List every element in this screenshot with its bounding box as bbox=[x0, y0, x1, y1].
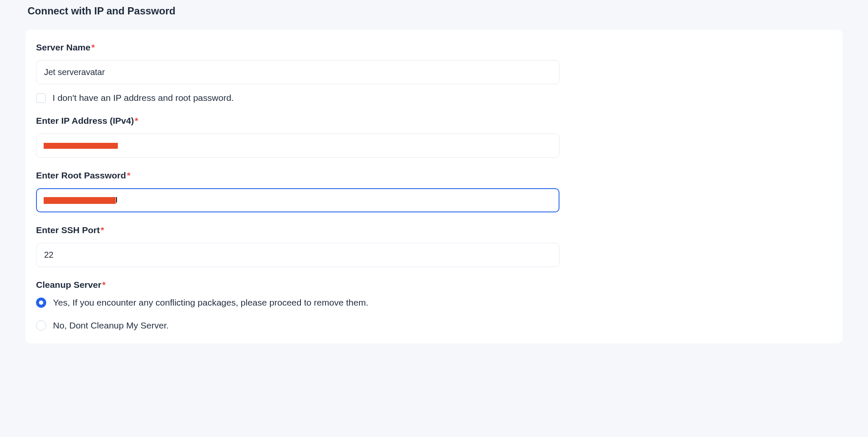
section-title: Connect with IP and Password bbox=[25, 0, 843, 30]
required-star-icon: * bbox=[135, 116, 138, 125]
ssh-port-group: Enter SSH Port* bbox=[36, 225, 559, 267]
cleanup-radio-yes-label: Yes, If you encounter any conflicting pa… bbox=[53, 298, 368, 308]
cleanup-radio-no-row: No, Dont Cleanup My Server. bbox=[36, 320, 559, 331]
form-card: Server Name* I don't have an IP address … bbox=[25, 30, 843, 343]
ssh-port-label: Enter SSH Port* bbox=[36, 225, 559, 235]
server-name-label-text: Server Name bbox=[36, 42, 90, 52]
cleanup-server-group: Cleanup Server* Yes, If you encounter an… bbox=[36, 280, 559, 331]
required-star-icon: * bbox=[102, 280, 106, 289]
server-name-group: Server Name* I don't have an IP address … bbox=[36, 42, 559, 103]
root-password-input[interactable] bbox=[36, 188, 559, 212]
form-inner: Server Name* I don't have an IP address … bbox=[36, 42, 559, 331]
server-name-label: Server Name* bbox=[36, 42, 559, 53]
ssh-port-input[interactable] bbox=[36, 243, 559, 267]
cleanup-radio-yes[interactable] bbox=[36, 298, 46, 308]
root-password-input-wrap bbox=[36, 188, 559, 212]
no-ip-checkbox[interactable] bbox=[36, 93, 46, 103]
server-name-input[interactable] bbox=[36, 60, 559, 84]
cleanup-radio-no[interactable] bbox=[36, 320, 46, 331]
required-star-icon: * bbox=[127, 170, 130, 180]
root-password-group: Enter Root Password* bbox=[36, 170, 559, 212]
cleanup-server-label: Cleanup Server* bbox=[36, 280, 559, 290]
ssh-port-label-text: Enter SSH Port bbox=[36, 225, 100, 235]
cleanup-radio-yes-row: Yes, If you encounter any conflicting pa… bbox=[36, 298, 559, 308]
no-ip-checkbox-row: I don't have an IP address and root pass… bbox=[36, 93, 559, 103]
ip-address-input[interactable] bbox=[36, 134, 559, 158]
root-password-label: Enter Root Password* bbox=[36, 170, 559, 181]
required-star-icon: * bbox=[101, 225, 104, 235]
cleanup-server-label-text: Cleanup Server bbox=[36, 280, 101, 289]
page-container: Connect with IP and Password Server Name… bbox=[0, 0, 868, 343]
cleanup-radio-no-label: No, Dont Cleanup My Server. bbox=[53, 320, 169, 331]
root-password-label-text: Enter Root Password bbox=[36, 170, 126, 180]
ip-address-label-text: Enter IP Address (IPv4) bbox=[36, 116, 134, 125]
ip-address-label: Enter IP Address (IPv4)* bbox=[36, 116, 559, 126]
ip-address-group: Enter IP Address (IPv4)* bbox=[36, 116, 559, 158]
required-star-icon: * bbox=[91, 42, 95, 52]
no-ip-checkbox-label: I don't have an IP address and root pass… bbox=[53, 93, 234, 103]
ip-address-input-wrap bbox=[36, 134, 559, 158]
